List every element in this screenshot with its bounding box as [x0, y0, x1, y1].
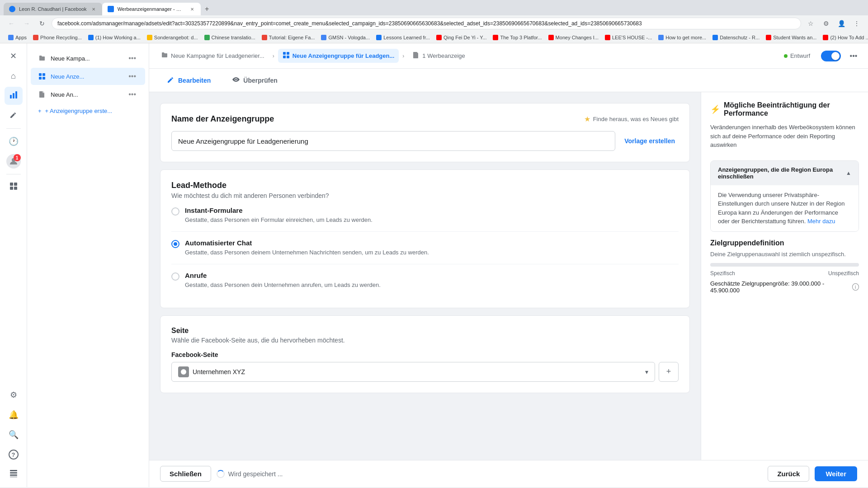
bookmark-icon[interactable]: ☆: [805, 18, 816, 29]
more-options-icon[interactable]: ⋮: [851, 18, 863, 29]
audience-size-text: Geschätzte Zielgruppengröße: 39.000.000 …: [710, 280, 849, 294]
ad-group-name-input[interactable]: [171, 131, 615, 151]
add-page-button[interactable]: +: [659, 362, 679, 382]
add-anzeigengruppe-button[interactable]: + + Anzeigengruppe erste...: [31, 104, 145, 118]
radio-option-instant[interactable]: Instant-Formulare Gestatte, dass Persone…: [171, 199, 679, 232]
table-icon: [9, 469, 18, 480]
next-button[interactable]: Weiter: [815, 466, 857, 481]
extensions-icon[interactable]: ⚙: [820, 18, 832, 29]
chart-icon: [9, 90, 18, 102]
tab-close-1[interactable]: ✕: [90, 6, 97, 12]
new-tab-button[interactable]: +: [201, 3, 213, 15]
breadcrumb-kampagne[interactable]: Neue Kampagne für Leadgenerier...: [156, 49, 269, 63]
discover-new-button[interactable]: ★ Finde heraus, was es Neues gibt: [584, 115, 679, 123]
clock-nav-button[interactable]: 🕐: [5, 132, 23, 150]
svg-rect-6: [10, 187, 13, 190]
tab-close-2[interactable]: ✕: [189, 6, 195, 12]
avatar-nav-button[interactable]: 1: [5, 152, 23, 170]
chart-nav-button[interactable]: [5, 87, 23, 105]
top-nav-more-button[interactable]: •••: [846, 49, 861, 63]
bookmark-lessons[interactable]: Lessons Learned fr...: [373, 34, 433, 41]
radio-instant-desc: Gestatte, dass Personen ein Formular ein…: [185, 216, 373, 224]
svg-point-20: [181, 369, 186, 375]
radio-calls[interactable]: [171, 272, 179, 281]
settings-icon: ⚙: [10, 390, 17, 400]
facebook-page-select-container: Unternehmen XYZ ▾ +: [171, 362, 679, 382]
bookmark-qing[interactable]: Qing Fei De Yi - Y...: [434, 34, 490, 41]
forward-nav-button[interactable]: →: [21, 18, 33, 29]
svg-rect-17: [287, 52, 289, 55]
tab-facebook[interactable]: Leon R. Chaudhari | Facebook ✕: [4, 3, 102, 15]
radio-instant-label: Instant-Formulare: [185, 206, 373, 214]
kampagne-more-button[interactable]: •••: [127, 53, 138, 63]
review-button[interactable]: Überprüfen: [225, 72, 284, 88]
bookmark-gmsn[interactable]: GMSN - Vologda...: [318, 34, 373, 41]
bookmark-working[interactable]: (1) How Working a...: [85, 34, 143, 41]
back-button[interactable]: Zurück: [768, 466, 809, 482]
radio-instant[interactable]: [171, 207, 179, 216]
edit-label: Bearbeiten: [178, 77, 211, 84]
sidebar-item-kampagne[interactable]: Neue Kampa... •••: [31, 50, 145, 67]
breadcrumb-label-1: Neue Anzeigengruppe für Leadgen...: [292, 52, 395, 59]
create-template-button[interactable]: Vorlage erstellen: [621, 134, 679, 148]
home-nav-button[interactable]: ⌂: [5, 67, 23, 85]
address-bar[interactable]: facebook.com/adsmanager/manage/adsets/ed…: [52, 18, 801, 29]
status-dot: [784, 54, 788, 58]
radio-calls-desc: Gestatte, dass Personen dein Unternehmen…: [185, 281, 381, 289]
breadcrumb-anzeigengruppe[interactable]: Neue Anzeigengruppe für Leadgen...: [278, 49, 399, 63]
toggle-switch[interactable]: [821, 51, 841, 61]
bookmark-lees[interactable]: LEE'S HOUSE -...: [602, 34, 655, 41]
radio-option-chat[interactable]: Automatisierter Chat Gestatte, dass Pers…: [171, 232, 679, 264]
grid-nav-button[interactable]: [5, 178, 23, 196]
svg-rect-7: [14, 187, 17, 190]
sidebar-close-button[interactable]: ✕: [5, 47, 23, 65]
bookmark-top3[interactable]: The Top 3 Platfor...: [490, 34, 544, 41]
performance-impact-section: ⚡ Mögliche Beeinträchtigung der Performa…: [710, 101, 859, 150]
page-section-subtitle: Wähle die Facebook-Seite aus, die du her…: [171, 337, 679, 344]
bookmark-apps[interactable]: Apps: [5, 34, 29, 41]
edit-nav-button[interactable]: [5, 107, 23, 125]
bookmark-sonder[interactable]: Sonderangebot: d...: [144, 34, 201, 41]
facebook-page-select[interactable]: Unternehmen XYZ ▾: [171, 362, 655, 382]
radio-chat[interactable]: [171, 240, 179, 248]
bookmark-datenschutz[interactable]: Datenschutz - R...: [710, 34, 762, 41]
sidebar-item-werbeanzeige[interactable]: Neue An... •••: [31, 86, 145, 103]
doc-icon-werbeanzeige: [38, 90, 46, 99]
help-nav-button[interactable]: ?: [5, 446, 23, 464]
search-nav-button[interactable]: 🔍: [5, 426, 23, 444]
bookmark-tutorial[interactable]: Tutorial: Eigene Fa...: [259, 34, 318, 41]
performance-text: Veränderungen innerhalb des Werbeökosyst…: [710, 123, 859, 150]
bell-nav-button[interactable]: 🔔: [5, 406, 23, 424]
svg-rect-4: [10, 183, 13, 186]
anzeigengruppe-more-button[interactable]: •••: [127, 71, 138, 81]
bookmark-chinese[interactable]: Chinese translatio...: [202, 34, 258, 41]
accordion-header[interactable]: Anzeigengruppen, die die Region Europa e…: [711, 161, 859, 185]
table-nav-button[interactable]: [5, 465, 23, 483]
bookmark-student[interactable]: Student Wants an...: [763, 34, 819, 41]
bookmark-money[interactable]: Money Changes I...: [546, 34, 601, 41]
tab-label-2: Werbeanzeigenmanager - Wer...: [118, 6, 185, 12]
edit-button[interactable]: Bearbeiten: [160, 72, 218, 88]
learn-more-link[interactable]: Mehr dazu: [807, 218, 835, 225]
saving-indicator: Wird gespeichert ...: [217, 470, 283, 478]
breadcrumb-werbeanzeige[interactable]: 1 Werbeanzeige: [408, 49, 469, 63]
info-icon[interactable]: i: [852, 283, 859, 291]
profile-icon[interactable]: 👤: [835, 18, 847, 29]
bookmark-phone[interactable]: Phone Recycling...: [30, 34, 85, 41]
fb-page-label: Facebook-Seite: [171, 351, 679, 358]
help-icon: ?: [9, 450, 19, 460]
werbeanzeige-more-button[interactable]: •••: [127, 89, 138, 99]
radio-option-calls[interactable]: Anrufe Gestatte, dass Personen dein Unte…: [171, 264, 679, 296]
close-button[interactable]: Schließen: [160, 466, 211, 482]
bookmark-how-add[interactable]: (2) How To Add ...: [820, 34, 868, 41]
sidebar-item-anzeigengruppe[interactable]: Neue Anze... •••: [31, 68, 145, 85]
back-nav-button[interactable]: ←: [5, 18, 17, 29]
tab-ads-manager[interactable]: Werbeanzeigenmanager - Wer... ✕: [102, 3, 201, 15]
lead-method-radio-group: Instant-Formulare Gestatte, dass Persone…: [171, 199, 679, 297]
reload-nav-button[interactable]: ↻: [36, 18, 48, 29]
settings-nav-button[interactable]: ⚙: [5, 386, 23, 404]
radio-instant-content: Instant-Formulare Gestatte, dass Persone…: [185, 206, 373, 224]
bookmark-more[interactable]: How to get more...: [656, 34, 709, 41]
audience-size: Geschätzte Zielgruppengröße: 39.000.000 …: [710, 280, 859, 294]
svg-rect-1: [13, 93, 14, 99]
